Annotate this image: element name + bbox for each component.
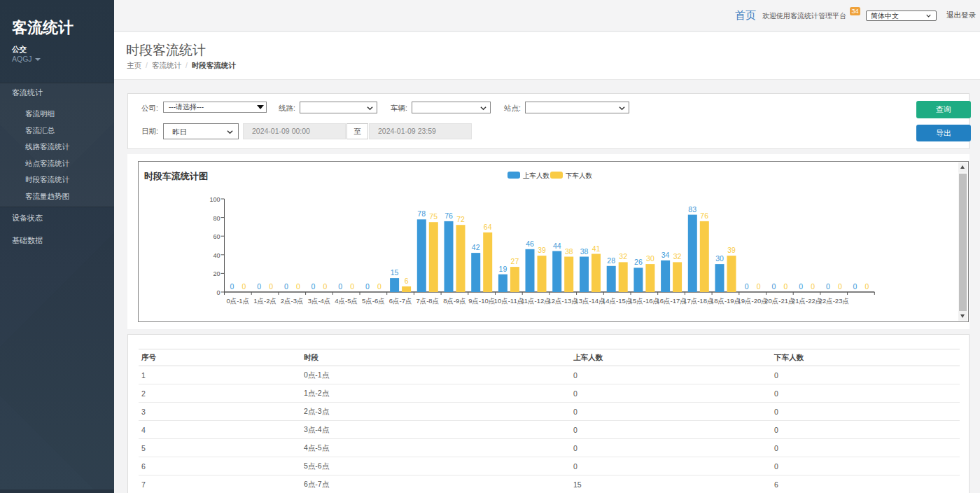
svg-text:44: 44 bbox=[553, 242, 561, 250]
svg-text:3点-4点: 3点-4点 bbox=[308, 297, 331, 305]
svg-text:42: 42 bbox=[472, 243, 480, 251]
svg-text:20点-21点: 20点-21点 bbox=[764, 297, 794, 305]
svg-text:19: 19 bbox=[499, 265, 507, 273]
svg-text:80: 80 bbox=[213, 215, 220, 222]
svg-text:5点-6点: 5点-6点 bbox=[362, 297, 385, 305]
svg-text:28: 28 bbox=[607, 256, 615, 265]
svg-text:64: 64 bbox=[484, 223, 492, 231]
svg-text:78: 78 bbox=[417, 209, 426, 218]
svg-text:0: 0 bbox=[365, 282, 370, 291]
svg-text:17点-18点: 17点-18点 bbox=[683, 297, 713, 305]
svg-text:0: 0 bbox=[757, 282, 761, 291]
svg-text:2点-3点: 2点-3点 bbox=[281, 297, 304, 305]
svg-text:0: 0 bbox=[284, 282, 288, 291]
svg-text:0: 0 bbox=[216, 289, 220, 296]
svg-text:0: 0 bbox=[745, 282, 749, 291]
svg-text:75: 75 bbox=[429, 212, 438, 221]
svg-text:8点-9点: 8点-9点 bbox=[443, 297, 466, 305]
svg-text:0: 0 bbox=[257, 282, 261, 291]
svg-text:41: 41 bbox=[592, 244, 601, 253]
svg-text:0: 0 bbox=[865, 282, 869, 291]
svg-text:0: 0 bbox=[838, 282, 842, 291]
svg-text:0: 0 bbox=[826, 282, 830, 291]
svg-text:13点-14点: 13点-14点 bbox=[575, 297, 605, 305]
svg-text:30: 30 bbox=[715, 254, 724, 263]
svg-text:0: 0 bbox=[350, 282, 354, 291]
svg-text:76: 76 bbox=[444, 211, 453, 220]
svg-text:0: 0 bbox=[771, 282, 776, 291]
svg-text:12点-13点: 12点-13点 bbox=[548, 297, 578, 305]
svg-text:16点-17点: 16点-17点 bbox=[656, 297, 686, 305]
svg-text:15点-16点: 15点-16点 bbox=[629, 297, 659, 305]
svg-text:0: 0 bbox=[799, 282, 803, 291]
svg-text:30: 30 bbox=[646, 254, 654, 263]
svg-text:0: 0 bbox=[783, 282, 788, 291]
svg-text:60: 60 bbox=[213, 233, 220, 240]
svg-text:0: 0 bbox=[296, 282, 300, 291]
svg-text:46: 46 bbox=[526, 239, 534, 248]
svg-text:22点-23点: 22点-23点 bbox=[819, 297, 849, 305]
svg-text:38: 38 bbox=[565, 247, 573, 256]
svg-text:34: 34 bbox=[662, 251, 670, 259]
svg-text:0点-1点: 0点-1点 bbox=[226, 297, 249, 305]
svg-text:0: 0 bbox=[269, 282, 273, 291]
svg-text:20: 20 bbox=[213, 270, 220, 277]
svg-text:0: 0 bbox=[241, 282, 246, 291]
svg-text:0: 0 bbox=[811, 282, 815, 291]
svg-text:32: 32 bbox=[673, 252, 682, 261]
svg-text:10点-11点: 10点-11点 bbox=[494, 297, 524, 305]
svg-text:9点-10点: 9点-10点 bbox=[468, 297, 495, 305]
svg-text:83: 83 bbox=[688, 205, 696, 214]
svg-text:40: 40 bbox=[213, 252, 220, 259]
svg-text:21点-22点: 21点-22点 bbox=[792, 297, 822, 305]
svg-text:6: 6 bbox=[405, 277, 409, 285]
svg-text:39: 39 bbox=[538, 246, 546, 254]
svg-text:6点-7点: 6点-7点 bbox=[389, 297, 412, 305]
svg-text:39: 39 bbox=[727, 246, 736, 254]
svg-text:32: 32 bbox=[619, 252, 627, 261]
svg-text:26: 26 bbox=[634, 258, 643, 266]
svg-text:0: 0 bbox=[338, 282, 342, 291]
svg-text:76: 76 bbox=[700, 211, 708, 220]
svg-text:72: 72 bbox=[456, 215, 465, 223]
svg-text:0: 0 bbox=[312, 282, 316, 291]
svg-text:18点-19点: 18点-19点 bbox=[710, 297, 741, 305]
svg-text:11点-12点: 11点-12点 bbox=[521, 297, 551, 305]
svg-text:7点-8点: 7点-8点 bbox=[416, 297, 439, 305]
svg-text:1点-2点: 1点-2点 bbox=[253, 297, 276, 305]
svg-text:14点-15点: 14点-15点 bbox=[602, 297, 632, 305]
svg-text:19点-20点: 19点-20点 bbox=[738, 297, 768, 305]
svg-text:4点-5点: 4点-5点 bbox=[335, 297, 358, 305]
svg-text:15: 15 bbox=[391, 268, 399, 277]
svg-text:0: 0 bbox=[377, 282, 382, 291]
svg-text:0: 0 bbox=[853, 282, 858, 291]
svg-text:0: 0 bbox=[323, 282, 328, 291]
svg-text:100: 100 bbox=[209, 196, 220, 203]
svg-text:27: 27 bbox=[511, 257, 519, 265]
svg-text:38: 38 bbox=[580, 247, 589, 256]
svg-text:0: 0 bbox=[230, 282, 234, 291]
